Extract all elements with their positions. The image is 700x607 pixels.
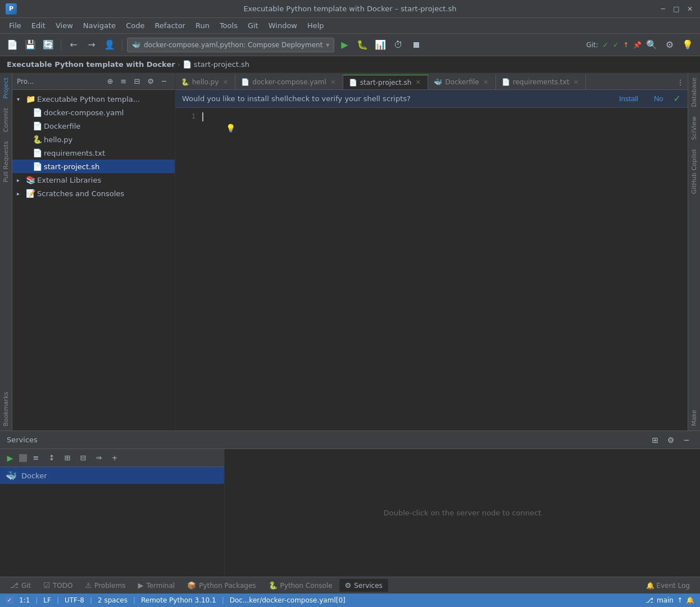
save-button[interactable]: 💾	[22, 37, 38, 53]
lightbulb-icon[interactable]: 💡	[226, 124, 235, 133]
sync-button[interactable]: 🔄	[40, 37, 56, 53]
bookmarks-tab[interactable]: Bookmarks	[0, 387, 12, 431]
service-jump-button[interactable]: ⇒	[92, 451, 106, 465]
back-button[interactable]: ←	[66, 37, 81, 53]
settings-button[interactable]: ⚙	[662, 37, 678, 53]
maximize-button[interactable]: □	[672, 4, 681, 13]
status-config[interactable]: Doc...ker/docker-compose.yaml[0]	[230, 596, 346, 604]
menu-run[interactable]: Run	[191, 20, 214, 31]
collapse-service-button[interactable]: ≡	[29, 451, 43, 465]
status-interpreter[interactable]: Remote Python 3.10.1	[141, 596, 216, 604]
breadcrumb-project[interactable]: Executable Python template with Docker	[7, 60, 175, 69]
profile-button[interactable]: ⏱	[390, 37, 406, 53]
tab-git[interactable]: ⎇ Git	[4, 579, 37, 592]
github-copilot-panel-tab[interactable]: GitHub Copilot	[688, 144, 700, 198]
add-content-button[interactable]: ⊕	[104, 75, 116, 88]
expand-icon: ▸	[17, 177, 24, 183]
tab-start-project-close[interactable]: ✕	[414, 79, 422, 87]
stop-service-button[interactable]	[19, 454, 27, 462]
status-indent[interactable]: 2 spaces	[98, 596, 128, 604]
run-config-dropdown[interactable]: 🐳 docker-compose.yaml,python: Compose De…	[127, 38, 334, 52]
tab-hello-py[interactable]: 🐍 hello.py ✕	[175, 75, 235, 89]
tab-python-console[interactable]: 🐍 Python Console	[263, 579, 338, 592]
tabs-more-button[interactable]: ⋮	[673, 75, 688, 89]
forward-button[interactable]: →	[84, 37, 99, 53]
services-minimize-button[interactable]: ─	[680, 433, 693, 447]
event-log-button[interactable]: 🔔 Event Log	[640, 579, 696, 592]
tree-root-folder[interactable]: ▾ 📁 Executable Python templa...	[12, 92, 175, 106]
code-editor[interactable]: 1 💡	[175, 108, 688, 431]
tab-todo[interactable]: ☑ TODO	[38, 579, 78, 592]
menu-view[interactable]: View	[51, 20, 78, 31]
breadcrumb-file[interactable]: 📄 start-project.sh	[183, 60, 249, 69]
stop-button[interactable]: ⏹	[408, 37, 424, 53]
code-content[interactable]: 💡	[198, 108, 688, 431]
tab-hello-close[interactable]: ✕	[221, 78, 229, 86]
close-button[interactable]: ✕	[685, 4, 694, 13]
pull-requests-tab[interactable]: Pull Requests	[0, 137, 12, 187]
status-line-ending[interactable]: LF	[43, 596, 51, 604]
tab-docker-compose[interactable]: 📄 docker-compose.yaml ✕	[235, 75, 343, 89]
minimize-button[interactable]: ─	[658, 4, 667, 13]
docker-service-item[interactable]: 🐳 Docker	[0, 467, 224, 484]
tab-terminal[interactable]: ▶ Terminal	[132, 579, 180, 592]
make-panel-tab[interactable]: Make	[688, 405, 700, 431]
expand-services-button[interactable]: ⊞	[648, 433, 662, 447]
vcs-button[interactable]: 👤	[102, 37, 117, 53]
menu-navigate[interactable]: Navigate	[79, 20, 120, 31]
tab-docker-compose-close[interactable]: ✕	[329, 78, 337, 86]
menu-file[interactable]: File	[4, 20, 26, 31]
service-filter-button[interactable]: ⊟	[76, 451, 90, 465]
database-panel-tab[interactable]: Database	[688, 73, 700, 112]
coverage-button[interactable]: 📊	[372, 37, 388, 53]
tree-external-libraries[interactable]: ▸ 📚 External Libraries	[12, 173, 175, 187]
window-controls[interactable]: ─ □ ✕	[658, 4, 694, 13]
menu-help[interactable]: Help	[303, 20, 329, 31]
help-button[interactable]: 💡	[680, 37, 696, 53]
menu-git[interactable]: Git	[243, 20, 263, 31]
run-service-button[interactable]: ▶	[3, 451, 17, 465]
menu-refactor[interactable]: Refactor	[150, 20, 190, 31]
run-button[interactable]: ▶	[337, 37, 352, 53]
service-up-button[interactable]: ↕	[45, 451, 58, 465]
new-file-button[interactable]: 📄	[4, 37, 20, 53]
menu-tools[interactable]: Tools	[215, 20, 242, 31]
tab-problems[interactable]: ⚠ Problems	[79, 579, 131, 592]
tree-file-docker-compose[interactable]: 📄 docker-compose.yaml	[12, 106, 175, 119]
services-settings-button[interactable]: ⚙	[664, 433, 678, 447]
tab-services[interactable]: ⚙ Services	[339, 579, 388, 592]
service-group-button[interactable]: ⊞	[61, 451, 74, 465]
tab-dockerfile[interactable]: 🐳 Dockerfile ✕	[428, 75, 496, 89]
add-service-button[interactable]: +	[108, 451, 121, 465]
list-files-button[interactable]: ≡	[117, 75, 130, 88]
search-everywhere-button[interactable]: 🔍	[644, 37, 660, 53]
commit-tab[interactable]: Commit	[0, 103, 12, 137]
git-tab-label: Git	[21, 582, 31, 590]
tree-file-dockerfile[interactable]: 📄 Dockerfile	[12, 119, 175, 133]
tab-start-project[interactable]: 📄 start-project.sh ✕	[343, 75, 429, 89]
sciview-panel-tab[interactable]: SciView	[688, 112, 700, 144]
project-tab[interactable]: Project	[0, 73, 12, 103]
tree-file-start-project[interactable]: 📄 start-project.sh	[12, 160, 175, 173]
install-button[interactable]: Install	[613, 93, 644, 105]
tree-file-requirements[interactable]: 📄 requirements.txt	[12, 146, 175, 160]
tab-requirements[interactable]: 📄 requirements.txt ✕	[496, 75, 587, 89]
services-content: ▶ ≡ ↕ ⊞ ⊟ ⇒ + 🐳 Docker Double-click on t…	[0, 449, 700, 577]
no-button[interactable]: No	[648, 93, 669, 105]
tree-scratches-consoles[interactable]: ▸ 📝 Scratches and Consoles	[12, 187, 175, 200]
status-position[interactable]: 1:1	[19, 596, 30, 604]
menu-window[interactable]: Window	[264, 20, 302, 31]
notifications-icon[interactable]: 🔔	[686, 596, 694, 604]
hide-panel-button[interactable]: ─	[158, 75, 170, 88]
branch-label[interactable]: main	[657, 596, 674, 604]
debug-button[interactable]: 🐛	[354, 37, 370, 53]
tab-python-packages[interactable]: 📦 Python Packages	[181, 579, 261, 592]
menu-edit[interactable]: Edit	[27, 20, 50, 31]
settings-icon[interactable]: ⚙	[144, 75, 157, 88]
tab-dockerfile-close[interactable]: ✕	[482, 78, 490, 86]
tree-file-hello[interactable]: 🐍 hello.py	[12, 133, 175, 146]
status-encoding[interactable]: UTF-8	[65, 596, 84, 604]
menu-code[interactable]: Code	[121, 20, 149, 31]
collapse-all-button[interactable]: ⊟	[131, 75, 143, 88]
tab-requirements-close[interactable]: ✕	[572, 78, 580, 86]
